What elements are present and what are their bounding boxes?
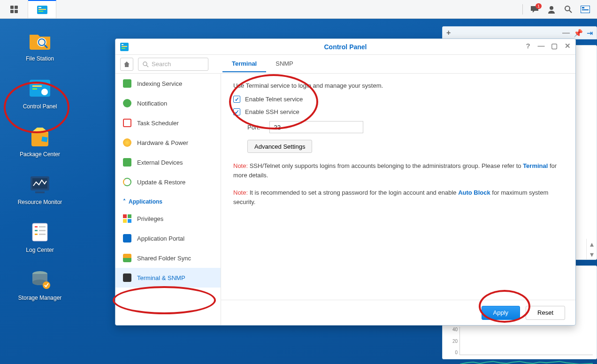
user-icon[interactable]: [546, 4, 557, 15]
taskbar: 1: [0, 0, 597, 19]
desktop-icon-label: Package Center: [20, 151, 60, 158]
svg-rect-21: [35, 191, 45, 193]
close-button[interactable]: ✕: [563, 42, 572, 50]
reset-button[interactable]: Reset: [526, 306, 565, 320]
sidebar-section-applications[interactable]: ˄ Applications: [115, 192, 221, 209]
bulb-icon: [123, 138, 131, 147]
tray-divider: [522, 4, 523, 15]
svg-rect-36: [122, 48, 125, 49]
desktop-icon-package-center[interactable]: Package Center: [14, 124, 66, 158]
grid-icon: [10, 6, 18, 13]
intro-text: Use Terminal service to login and manage…: [233, 82, 563, 89]
home-button[interactable]: [120, 58, 133, 71]
minimize-icon[interactable]: —: [562, 29, 570, 37]
home-icon: [123, 61, 130, 68]
notifications-icon[interactable]: 1: [529, 4, 540, 15]
desktop-icon-label: Resource Monitor: [18, 199, 62, 205]
window-titlebar[interactable]: Control Panel ? — ▢ ✕: [115, 39, 575, 55]
system-tray: 1: [516, 0, 597, 18]
search-icon: [142, 61, 149, 68]
desktop-icon-label: Storage Manager: [18, 295, 62, 301]
help-icon[interactable]: ?: [524, 42, 532, 50]
minimize-button[interactable]: —: [537, 42, 545, 50]
widgets-icon[interactable]: [580, 4, 590, 15]
advanced-settings-button[interactable]: Advanced Settings: [247, 140, 312, 153]
collapse-icon[interactable]: ⇥: [587, 29, 593, 38]
terminal-icon: [123, 273, 131, 282]
svg-rect-40: [128, 214, 131, 218]
link-terminal[interactable]: Terminal: [523, 162, 548, 169]
svg-rect-41: [123, 219, 127, 223]
note-2: Note: It is recommended to set a strong …: [233, 188, 563, 206]
search-placeholder: Search: [152, 61, 171, 68]
refresh-icon: [123, 178, 131, 186]
chevron-up-icon: ˄: [123, 198, 126, 205]
svg-rect-2: [38, 9, 46, 10]
svg-rect-9: [582, 9, 589, 10]
chart-y-axis: 40 20 0: [446, 327, 459, 355]
maximize-button[interactable]: ▢: [550, 42, 559, 50]
svg-line-38: [146, 65, 148, 67]
sidebar-item-notification[interactable]: Notification: [115, 93, 221, 113]
sidebar-item-update[interactable]: Update & Restore: [115, 172, 221, 192]
widget-panel-header: + — 📌 ⇥: [442, 26, 597, 39]
sidebar-item-shared-sync[interactable]: Shared Folder Sync: [115, 248, 221, 268]
port-input[interactable]: [269, 121, 363, 133]
sidebar-item-external[interactable]: External Devices: [115, 152, 221, 172]
svg-line-6: [569, 10, 572, 13]
sidebar-item-hardware[interactable]: Hardware & Power: [115, 133, 221, 152]
svg-rect-25: [39, 226, 46, 228]
apply-button[interactable]: Apply: [482, 306, 520, 320]
search-icon[interactable]: [563, 4, 574, 15]
monitor-icon: [28, 172, 52, 196]
search-input[interactable]: Search: [138, 58, 208, 71]
tab-snmp[interactable]: SNMP: [266, 56, 303, 72]
scroll-up-button[interactable]: ▴: [587, 239, 597, 249]
window-toolbar: Search Terminal SNMP: [115, 55, 575, 74]
checkbox-ssh[interactable]: ✓ Enable SSH service: [233, 108, 563, 115]
sidebar-item-privileges[interactable]: Privileges: [115, 209, 221, 228]
scroll-down-button[interactable]: ▾: [587, 249, 597, 259]
window-footer: Apply Reset: [221, 300, 575, 325]
checkbox-telnet[interactable]: ✓ Enable Telnet service: [233, 96, 563, 103]
desktop-icon-log-center[interactable]: Log Center: [14, 220, 66, 253]
taskbar-control-panel-button[interactable]: [28, 0, 56, 18]
add-widget-button[interactable]: +: [446, 29, 451, 37]
desktop-icon-file-station[interactable]: File Station: [14, 28, 66, 62]
checkmark-icon: ✓: [233, 96, 240, 103]
note-1: Note: SSH/Telnet only supports logins fr…: [233, 161, 563, 180]
desktop-icon-label: Log Center: [26, 247, 54, 253]
portal-icon: [123, 234, 131, 243]
control-panel-icon: [37, 6, 47, 14]
svg-rect-3: [38, 11, 43, 12]
sidebar-item-app-portal[interactable]: Application Portal: [115, 228, 221, 248]
chart-plot-area: [459, 327, 593, 355]
tab-bar: Terminal SNMP: [222, 56, 303, 72]
svg-rect-28: [35, 234, 38, 235]
calendar-icon: [123, 119, 131, 127]
link-auto-block[interactable]: Auto Block: [458, 189, 490, 196]
log-icon: [28, 220, 52, 244]
svg-point-4: [550, 6, 553, 10]
svg-rect-8: [582, 7, 584, 8]
desktop-icon-label: File Station: [26, 55, 54, 62]
pin-icon[interactable]: 📌: [574, 29, 583, 38]
svg-rect-24: [35, 226, 38, 228]
content-pane: Use Terminal service to login and manage…: [221, 74, 575, 325]
sync-icon: [123, 254, 131, 262]
sidebar-item-indexing[interactable]: Indexing Service: [115, 74, 221, 93]
package-icon: [28, 124, 52, 148]
desktop-icon-control-panel[interactable]: Control Panel: [14, 76, 66, 110]
svg-rect-42: [128, 219, 131, 223]
desktop-icon-storage-manager[interactable]: Storage Manager: [14, 267, 66, 301]
desktop-icon-resource-monitor[interactable]: Resource Monitor: [14, 172, 66, 205]
desktop-icon-label: Control Panel: [23, 103, 57, 110]
svg-point-17: [41, 89, 48, 95]
sidebar-item-terminal-snmp[interactable]: Terminal & SNMP: [115, 268, 221, 288]
privileges-icon: [123, 214, 131, 223]
svg-rect-15: [32, 85, 42, 87]
tab-terminal[interactable]: Terminal: [222, 56, 266, 72]
taskbar-apps-button[interactable]: [0, 0, 28, 18]
sidebar-item-task-scheduler[interactable]: Task Scheduler: [115, 113, 221, 133]
svg-rect-22: [32, 223, 47, 241]
